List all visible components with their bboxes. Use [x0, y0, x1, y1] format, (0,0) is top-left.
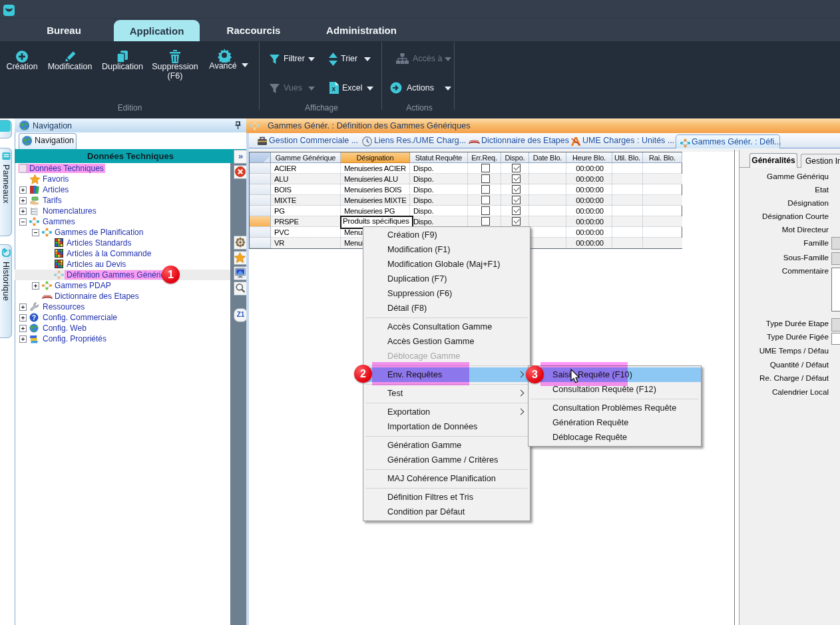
- svg-text:?: ?: [32, 314, 36, 321]
- svg-text:x: x: [332, 85, 336, 93]
